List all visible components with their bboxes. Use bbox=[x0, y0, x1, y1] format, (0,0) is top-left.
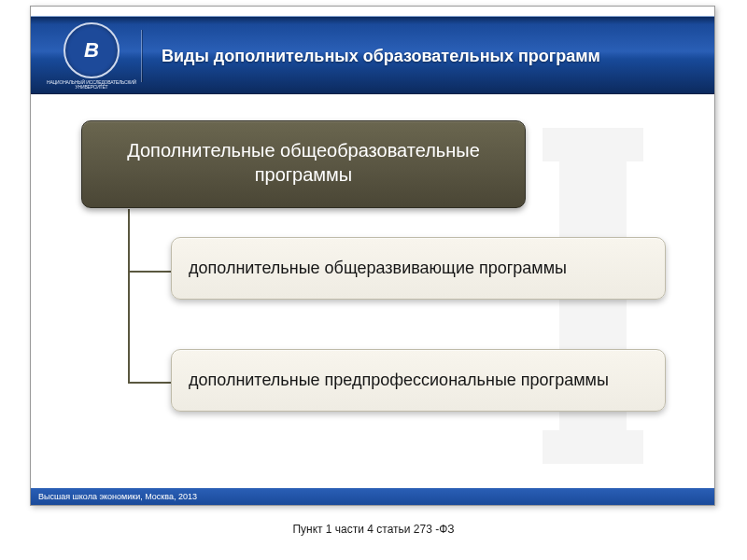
diagram-child-label: дополнительные предпрофессиональные прог… bbox=[189, 371, 609, 389]
hse-logo-icon: B bbox=[63, 22, 120, 78]
logo-block: B НАЦИОНАЛЬНЫЙ ИССЛЕДОВАТЕЛЬСКИЙ УНИВЕРС… bbox=[42, 17, 141, 95]
slide-footer: Высшая школа экономики, Москва, 2013 bbox=[31, 488, 714, 505]
header-divider bbox=[141, 30, 142, 82]
svg-rect-2 bbox=[543, 430, 643, 464]
logo-subtext: НАЦИОНАЛЬНЫЙ ИССЛЕДОВАТЕЛЬСКИЙ УНИВЕРСИТ… bbox=[42, 80, 141, 91]
diagram-parent-box: Дополнительные общеобразовательные прогр… bbox=[81, 120, 526, 208]
diagram-child-box-1: дополнительные общеразвивающие программы bbox=[171, 237, 666, 300]
diagram-child-box-2: дополнительные предпрофессиональные прог… bbox=[171, 349, 666, 412]
connector-to-child-2 bbox=[128, 382, 171, 384]
connector-vertical bbox=[128, 209, 130, 383]
slide-title: Виды дополнительных образовательных прог… bbox=[162, 17, 600, 95]
slide-caption: Пункт 1 части 4 статьи 273 -ФЗ bbox=[0, 523, 747, 536]
diagram-child-label: дополнительные общеразвивающие программы bbox=[189, 259, 567, 277]
footer-text: Высшая школа экономики, Москва, 2013 bbox=[38, 492, 197, 501]
logo-letter: B bbox=[84, 38, 99, 63]
svg-rect-1 bbox=[543, 128, 643, 161]
diagram-parent-label: Дополнительные общеобразовательные прогр… bbox=[127, 140, 480, 185]
slide: B НАЦИОНАЛЬНЫЙ ИССЛЕДОВАТЕЛЬСКИЙ УНИВЕРС… bbox=[30, 6, 715, 506]
connector-to-child-1 bbox=[128, 271, 171, 273]
header-band: B НАЦИОНАЛЬНЫЙ ИССЛЕДОВАТЕЛЬСКИЙ УНИВЕРС… bbox=[31, 16, 714, 94]
